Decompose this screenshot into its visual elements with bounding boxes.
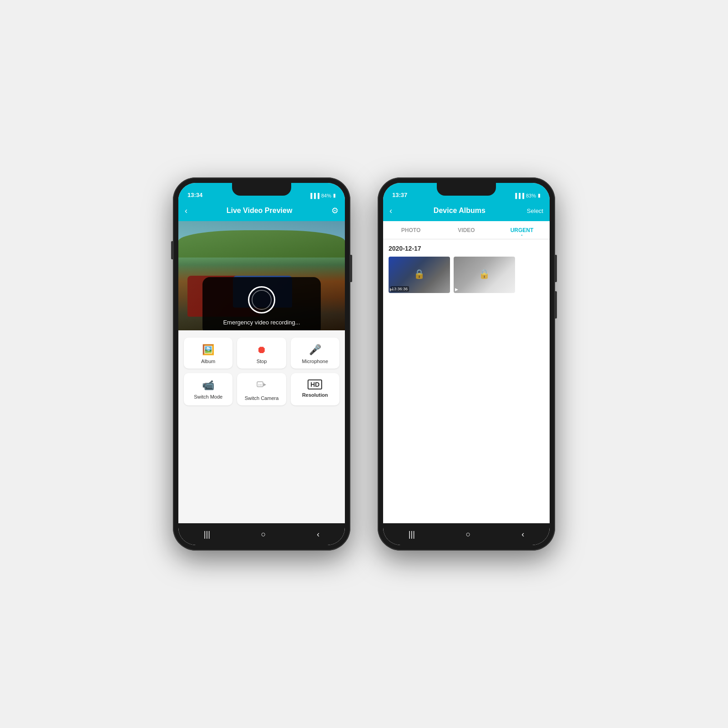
svg-text:FR: FR	[258, 384, 262, 386]
controls-area: 🖼️ Album ⏺ Stop 🎤 Microphone 📹	[178, 330, 345, 523]
camera-preview: Emergency video recording...	[178, 221, 345, 330]
emergency-overlay: Emergency video recording...	[202, 277, 321, 330]
thumbnail-2[interactable]: 🔒 ▶	[454, 257, 515, 293]
svg-marker-2	[263, 383, 266, 386]
tab-video[interactable]: VIDEO	[439, 222, 494, 238]
controls-row-2: 📹 Switch Mode FR Switch Camera	[184, 373, 339, 405]
page-title-2: Device Albums	[434, 207, 485, 215]
stop-label: Stop	[257, 359, 267, 364]
video-icon-2: ▶	[455, 287, 458, 292]
switch-mode-icon: 📹	[202, 379, 214, 391]
home-icon-1[interactable]: ○	[261, 530, 266, 539]
nav-bar-2: ‹ Device Albums Select	[383, 200, 550, 221]
notch-2	[437, 183, 496, 196]
microphone-icon: 🎤	[309, 344, 321, 356]
tab-bar: PHOTO VIDEO URGENT	[383, 221, 550, 239]
home-icon-2[interactable]: ○	[466, 530, 471, 539]
back-button-1[interactable]: ‹	[185, 206, 187, 216]
tab-photo[interactable]: PHOTO	[383, 222, 439, 238]
battery-1: 84%	[321, 193, 331, 198]
battery-2: 83%	[526, 193, 536, 198]
album-icon: 🖼️	[202, 344, 214, 356]
status-icons-1: ▐▐▐ 84% ▮	[309, 192, 336, 198]
recent-apps-icon-2[interactable]: |||	[409, 530, 415, 539]
phone-1-screen: 13:34 ▐▐▐ 84% ▮ ‹ Live Video Preview ⚙	[178, 183, 345, 545]
power-button-2	[555, 255, 557, 282]
back-button-2[interactable]: ‹	[389, 206, 392, 216]
album-content: 2020-12-17 🔒 ▶ 13:36:36 🔒 ▶	[383, 239, 550, 523]
phone-2: 13:37 ▐▐▐ 83% ▮ ‹ Device Albums Select P…	[378, 177, 555, 551]
switch-camera-label: Switch Camera	[245, 395, 279, 401]
status-time-1: 13:34	[187, 192, 202, 198]
resolution-button[interactable]: HD Resolution	[291, 373, 339, 405]
resolution-label: Resolution	[302, 392, 328, 398]
back-nav-icon-2[interactable]: ‹	[521, 530, 524, 539]
page-title-1: Live Video Preview	[227, 207, 293, 215]
signal-icon-2: ▐▐▐	[514, 193, 524, 198]
battery-icon-2: ▮	[538, 192, 541, 198]
notch	[232, 183, 291, 196]
switch-camera-icon: FR	[256, 379, 267, 393]
volume-button	[171, 241, 173, 259]
lock-icon-1: 🔒	[414, 268, 425, 279]
select-button[interactable]: Select	[527, 207, 543, 214]
scene: 13:34 ▐▐▐ 84% ▮ ‹ Live Video Preview ⚙	[173, 177, 555, 551]
volume-button-2	[555, 291, 557, 318]
phone-1: 13:34 ▐▐▐ 84% ▮ ‹ Live Video Preview ⚙	[173, 177, 350, 551]
status-time-2: 13:37	[392, 192, 407, 198]
settings-button-1[interactable]: ⚙	[331, 206, 339, 216]
album-button[interactable]: 🖼️ Album	[184, 338, 233, 369]
emergency-text: Emergency video recording...	[223, 319, 300, 326]
stop-button[interactable]: ⏺ Stop	[237, 338, 286, 369]
tab-video-label: VIDEO	[458, 227, 475, 233]
microphone-label: Microphone	[302, 359, 328, 364]
album-date: 2020-12-17	[389, 245, 544, 252]
record-circle	[248, 286, 275, 313]
stop-icon: ⏺	[257, 344, 267, 356]
tab-urgent[interactable]: URGENT	[494, 222, 550, 238]
battery-icon-1: ▮	[333, 192, 336, 198]
power-button	[350, 255, 352, 282]
bottom-nav-1: ||| ○ ‹	[178, 523, 345, 545]
switch-mode-label: Switch Mode	[194, 394, 222, 399]
album-row: 🔒 ▶ 13:36:36 🔒 ▶	[389, 257, 544, 293]
microphone-button[interactable]: 🎤 Microphone	[291, 338, 339, 369]
controls-row-1: 🖼️ Album ⏺ Stop 🎤 Microphone	[184, 338, 339, 369]
album-label: Album	[201, 359, 215, 364]
switch-camera-button[interactable]: FR Switch Camera	[237, 373, 286, 405]
tab-urgent-label: URGENT	[511, 227, 534, 233]
phone-2-screen: 13:37 ▐▐▐ 83% ▮ ‹ Device Albums Select P…	[383, 183, 550, 545]
signal-icon-1: ▐▐▐	[309, 193, 319, 198]
thumb-timestamp-1: 13:36:36	[390, 286, 409, 292]
tab-photo-label: PHOTO	[401, 227, 420, 233]
switch-mode-button[interactable]: 📹 Switch Mode	[184, 373, 233, 405]
lock-icon-2: 🔒	[479, 268, 490, 279]
status-icons-2: ▐▐▐ 83% ▮	[514, 192, 541, 198]
thumbnail-1[interactable]: 🔒 ▶ 13:36:36	[389, 257, 450, 293]
back-nav-icon-1[interactable]: ‹	[317, 530, 319, 539]
resolution-icon: HD	[308, 379, 322, 389]
bottom-nav-2: ||| ○ ‹	[383, 523, 550, 545]
recent-apps-icon-1[interactable]: |||	[204, 530, 210, 539]
nav-bar-1: ‹ Live Video Preview ⚙	[178, 200, 345, 221]
record-inner	[252, 290, 272, 310]
